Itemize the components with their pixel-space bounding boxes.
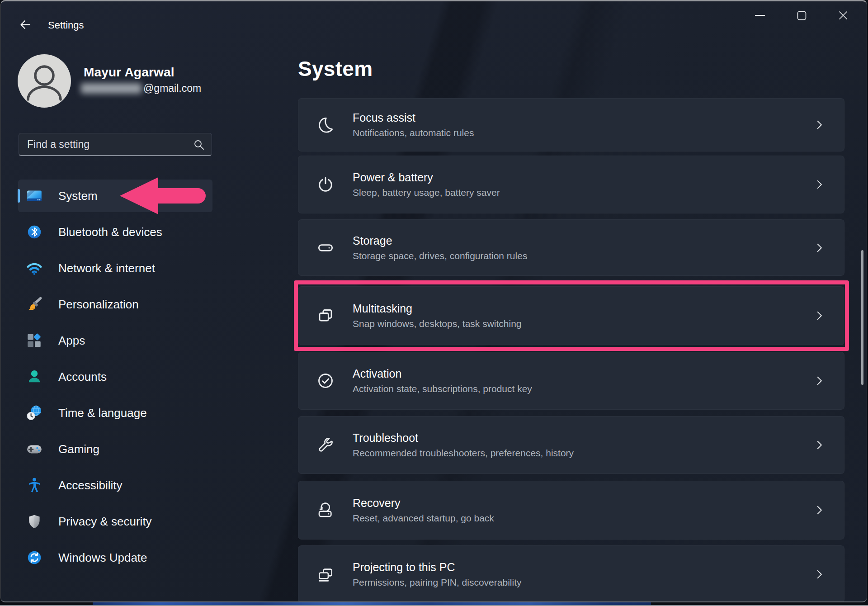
search-box (19, 133, 212, 156)
monitor-icon (26, 187, 43, 204)
card-subtitle: Snap windows, desktops, task switching (353, 318, 522, 329)
check-circle-icon (316, 372, 335, 390)
sidebar-item-time-language[interactable]: Time & language (18, 397, 212, 429)
card-projecting[interactable]: Projecting to this PC Permissions, pairi… (298, 545, 844, 602)
overlapping-windows-icon (316, 307, 335, 325)
sidebar-item-accounts[interactable]: Accounts (18, 360, 212, 393)
chevron-right-icon (813, 119, 825, 131)
card-subtitle: Sleep, battery usage, battery saver (353, 187, 500, 198)
sidebar-item-label: Windows Update (58, 551, 147, 565)
cast-screens-icon (316, 565, 335, 583)
chevron-right-icon (813, 504, 825, 516)
card-troubleshoot[interactable]: Troubleshoot Recommended troubleshooters… (298, 416, 844, 474)
chevron-right-icon (813, 310, 825, 322)
scrollbar-thumb[interactable] (861, 250, 863, 385)
sidebar-item-system[interactable]: System (18, 180, 212, 212)
card-focus-assist[interactable]: Focus assist Notifications, automatic ru… (298, 98, 844, 152)
minimize-icon (755, 15, 765, 16)
moon-icon (316, 116, 335, 134)
profile-name: Mayur Agarwal (84, 65, 175, 80)
card-title: Troubleshoot (353, 431, 574, 445)
maximize-button[interactable] (787, 1, 816, 29)
update-icon (26, 549, 43, 566)
minimize-button[interactable] (745, 1, 775, 29)
card-subtitle: Notifications, automatic rules (353, 128, 474, 138)
sidebar-item-apps[interactable]: Apps (18, 324, 212, 357)
sidebar-item-privacy-security[interactable]: Privacy & security (18, 505, 212, 538)
sidebar-item-label: Gaming (58, 442, 99, 456)
person-icon (26, 368, 43, 385)
card-title: Focus assist (353, 111, 474, 124)
back-button[interactable] (18, 18, 33, 32)
card-power-battery[interactable]: Power & battery Sleep, battery usage, ba… (298, 156, 844, 213)
paintbrush-icon (26, 296, 43, 313)
recovery-icon (316, 501, 335, 519)
email-suffix: @gmail.com (143, 82, 201, 95)
selection-accent-bar (18, 189, 20, 203)
sidebar-item-label: Personalization (58, 298, 139, 312)
sidebar-item-label: Accounts (58, 370, 107, 384)
chevron-right-icon (813, 179, 825, 190)
chevron-right-icon (813, 375, 825, 387)
sidebar-item-network-internet[interactable]: Network & internet (18, 252, 212, 284)
chevron-right-icon (813, 439, 825, 451)
card-recovery[interactable]: Recovery Reset, advanced startup, go bac… (298, 481, 844, 540)
clock-globe-icon (26, 404, 43, 421)
taskbar-strip (0, 602, 868, 606)
card-title: Recovery (353, 497, 494, 510)
drive-icon (316, 239, 335, 257)
sidebar-item-label: System (58, 189, 98, 203)
maximize-icon (797, 11, 807, 20)
card-title: Power & battery (353, 171, 500, 184)
email-redacted-blur (81, 83, 142, 94)
card-multitasking[interactable]: Multitasking Snap windows, desktops, tas… (298, 286, 844, 345)
apps-icon (26, 332, 43, 349)
card-subtitle: Permissions, pairing PIN, discoverabilit… (353, 577, 521, 588)
person-outline-icon (18, 54, 71, 108)
card-subtitle: Reset, advanced startup, go back (353, 513, 494, 524)
search-input[interactable] (19, 133, 199, 155)
settings-window: Settings Mayur Agarwal @gmail.com (0, 0, 867, 602)
sidebar-item-personalization[interactable]: Personalization (18, 288, 212, 321)
sidebar-item-label: Time & language (58, 406, 147, 420)
card-title: Storage (353, 234, 527, 247)
card-subtitle: Recommended troubleshooters, preferences… (353, 448, 574, 459)
sidebar-item-windows-update[interactable]: Windows Update (18, 541, 212, 574)
power-icon (316, 175, 335, 194)
card-title: Activation (353, 367, 532, 380)
card-storage[interactable]: Storage Storage space, drives, configura… (298, 219, 844, 276)
sidebar-item-label: Bluetooth & devices (58, 225, 162, 239)
chevron-right-icon (813, 568, 825, 580)
sidebar-item-label: Apps (58, 334, 85, 348)
card-activation[interactable]: Activation Activation state, subscriptio… (298, 352, 844, 410)
close-icon (838, 10, 849, 21)
sidebar-item-gaming[interactable]: Gaming (18, 433, 212, 465)
profile-email: @gmail.com (81, 82, 201, 94)
window-title: Settings (48, 19, 84, 31)
sidebar-item-bluetooth-devices[interactable]: Bluetooth & devices (18, 216, 212, 248)
accessibility-icon (26, 477, 43, 494)
avatar (18, 54, 71, 108)
card-title: Multitasking (353, 302, 522, 315)
page-title: System (298, 57, 373, 81)
gamepad-icon (26, 440, 43, 458)
bluetooth-icon (26, 223, 43, 241)
sidebar-item-label: Network & internet (58, 261, 155, 275)
card-subtitle: Activation state, subscriptions, product… (353, 383, 532, 394)
wrench-icon (316, 436, 335, 454)
sidebar-item-accessibility[interactable]: Accessibility (18, 469, 212, 502)
shield-icon (26, 513, 43, 530)
card-subtitle: Storage space, drives, configuration rul… (353, 251, 527, 261)
sidebar-item-label: Privacy & security (58, 515, 152, 529)
close-button[interactable] (828, 1, 858, 29)
back-arrow-icon (18, 18, 33, 32)
search-icon (193, 139, 205, 151)
sidebar-item-label: Accessibility (58, 478, 123, 492)
card-title: Projecting to this PC (353, 561, 521, 574)
chevron-right-icon (813, 242, 825, 254)
wifi-icon (26, 260, 43, 277)
